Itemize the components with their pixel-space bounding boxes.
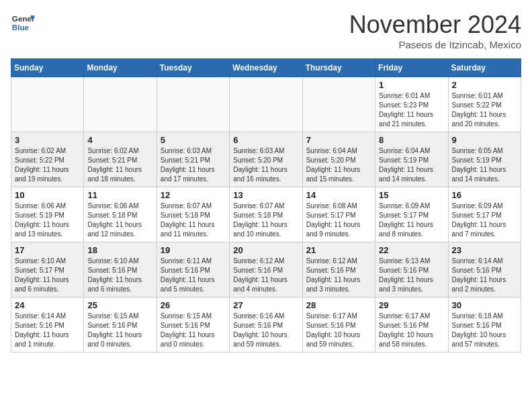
day-info: Sunrise: 6:18 AM Sunset: 5:16 PM Dayligh… <box>452 312 517 349</box>
calendar-week-row: 17Sunrise: 6:10 AM Sunset: 5:17 PM Dayli… <box>11 242 521 298</box>
logo: General Blue <box>11 11 35 35</box>
day-number: 17 <box>15 245 80 255</box>
calendar-day-cell: 28Sunrise: 6:17 AM Sunset: 5:16 PM Dayli… <box>302 298 375 353</box>
day-info: Sunrise: 6:05 AM Sunset: 5:19 PM Dayligh… <box>452 146 517 184</box>
day-number: 4 <box>87 135 152 145</box>
day-number: 10 <box>15 190 80 200</box>
day-info: Sunrise: 6:01 AM Sunset: 5:22 PM Dayligh… <box>452 91 517 129</box>
calendar-day-cell: 15Sunrise: 6:09 AM Sunset: 5:17 PM Dayli… <box>375 187 448 242</box>
calendar-day-cell: 24Sunrise: 6:14 AM Sunset: 5:16 PM Dayli… <box>11 298 84 353</box>
calendar-day-cell: 5Sunrise: 6:03 AM Sunset: 5:21 PM Daylig… <box>157 132 229 187</box>
day-info: Sunrise: 6:02 AM Sunset: 5:21 PM Dayligh… <box>87 146 152 184</box>
calendar-day-cell: 25Sunrise: 6:15 AM Sunset: 5:16 PM Dayli… <box>84 298 157 353</box>
day-number: 28 <box>306 300 371 310</box>
day-info: Sunrise: 6:12 AM Sunset: 5:16 PM Dayligh… <box>233 257 298 294</box>
day-number: 29 <box>379 300 444 310</box>
day-info: Sunrise: 6:15 AM Sunset: 5:16 PM Dayligh… <box>87 312 152 349</box>
month-title: November 2024 <box>349 11 521 39</box>
day-of-week-header: Friday <box>375 59 448 77</box>
day-number: 14 <box>306 190 371 200</box>
day-of-week-header: Monday <box>84 59 157 77</box>
day-number: 8 <box>379 135 444 145</box>
calendar-day-cell: 23Sunrise: 6:14 AM Sunset: 5:16 PM Dayli… <box>448 242 521 298</box>
svg-text:General: General <box>12 14 35 23</box>
day-info: Sunrise: 6:06 AM Sunset: 5:18 PM Dayligh… <box>87 201 152 239</box>
calendar-day-cell: 17Sunrise: 6:10 AM Sunset: 5:17 PM Dayli… <box>11 242 84 298</box>
calendar-day-cell <box>157 77 229 132</box>
day-of-week-header: Sunday <box>11 59 84 77</box>
day-info: Sunrise: 6:04 AM Sunset: 5:19 PM Dayligh… <box>379 146 444 184</box>
calendar-day-cell: 16Sunrise: 6:09 AM Sunset: 5:17 PM Dayli… <box>448 187 521 242</box>
day-info: Sunrise: 6:07 AM Sunset: 5:18 PM Dayligh… <box>161 201 226 239</box>
day-info: Sunrise: 6:06 AM Sunset: 5:19 PM Dayligh… <box>15 201 80 239</box>
calendar-day-cell: 2Sunrise: 6:01 AM Sunset: 5:22 PM Daylig… <box>448 77 521 132</box>
calendar-day-cell: 19Sunrise: 6:11 AM Sunset: 5:16 PM Dayli… <box>157 242 229 298</box>
day-of-week-header: Saturday <box>448 59 521 77</box>
day-info: Sunrise: 6:03 AM Sunset: 5:20 PM Dayligh… <box>233 146 298 184</box>
svg-text:Blue: Blue <box>12 23 30 32</box>
calendar-day-cell <box>230 77 302 132</box>
day-info: Sunrise: 6:02 AM Sunset: 5:22 PM Dayligh… <box>15 146 80 184</box>
day-info: Sunrise: 6:09 AM Sunset: 5:17 PM Dayligh… <box>379 201 444 239</box>
day-number: 24 <box>15 300 80 310</box>
title-block: November 2024 Paseos de Itzincab, Mexico <box>349 11 521 50</box>
day-number: 20 <box>233 245 298 255</box>
day-number: 23 <box>452 245 517 255</box>
day-info: Sunrise: 6:14 AM Sunset: 5:16 PM Dayligh… <box>15 312 80 349</box>
calendar-day-cell: 8Sunrise: 6:04 AM Sunset: 5:19 PM Daylig… <box>375 132 448 187</box>
day-number: 22 <box>379 245 444 255</box>
day-number: 1 <box>379 80 444 90</box>
calendar-day-cell: 11Sunrise: 6:06 AM Sunset: 5:18 PM Dayli… <box>84 187 157 242</box>
day-info: Sunrise: 6:15 AM Sunset: 5:16 PM Dayligh… <box>161 312 226 349</box>
calendar-day-cell: 7Sunrise: 6:04 AM Sunset: 5:20 PM Daylig… <box>302 132 375 187</box>
logo-icon: General Blue <box>11 11 35 35</box>
calendar-day-cell: 18Sunrise: 6:10 AM Sunset: 5:16 PM Dayli… <box>84 242 157 298</box>
day-number: 7 <box>306 135 371 145</box>
day-info: Sunrise: 6:17 AM Sunset: 5:16 PM Dayligh… <box>306 312 371 349</box>
calendar-day-cell: 30Sunrise: 6:18 AM Sunset: 5:16 PM Dayli… <box>448 298 521 353</box>
day-number: 15 <box>379 190 444 200</box>
day-of-week-header: Tuesday <box>157 59 229 77</box>
day-number: 9 <box>452 135 517 145</box>
calendar-day-cell: 9Sunrise: 6:05 AM Sunset: 5:19 PM Daylig… <box>448 132 521 187</box>
day-number: 2 <box>452 80 517 90</box>
day-number: 5 <box>161 135 226 145</box>
day-of-week-header: Wednesday <box>230 59 302 77</box>
day-number: 3 <box>15 135 80 145</box>
day-info: Sunrise: 6:13 AM Sunset: 5:16 PM Dayligh… <box>379 257 444 294</box>
calendar-day-cell: 6Sunrise: 6:03 AM Sunset: 5:20 PM Daylig… <box>230 132 302 187</box>
calendar-week-row: 24Sunrise: 6:14 AM Sunset: 5:16 PM Dayli… <box>11 298 521 353</box>
day-info: Sunrise: 6:11 AM Sunset: 5:16 PM Dayligh… <box>161 257 226 294</box>
day-info: Sunrise: 6:12 AM Sunset: 5:16 PM Dayligh… <box>306 257 371 294</box>
day-number: 19 <box>161 245 226 255</box>
day-info: Sunrise: 6:03 AM Sunset: 5:21 PM Dayligh… <box>161 146 226 184</box>
calendar-day-cell <box>302 77 375 132</box>
day-number: 13 <box>233 190 298 200</box>
calendar-day-cell: 14Sunrise: 6:08 AM Sunset: 5:17 PM Dayli… <box>302 187 375 242</box>
calendar-day-cell: 4Sunrise: 6:02 AM Sunset: 5:21 PM Daylig… <box>84 132 157 187</box>
calendar-day-cell: 20Sunrise: 6:12 AM Sunset: 5:16 PM Dayli… <box>230 242 302 298</box>
day-info: Sunrise: 6:10 AM Sunset: 5:16 PM Dayligh… <box>87 257 152 294</box>
day-info: Sunrise: 6:17 AM Sunset: 5:16 PM Dayligh… <box>379 312 444 349</box>
calendar-day-cell <box>11 77 84 132</box>
day-info: Sunrise: 6:14 AM Sunset: 5:16 PM Dayligh… <box>452 257 517 294</box>
day-number: 26 <box>161 300 226 310</box>
calendar-day-cell: 10Sunrise: 6:06 AM Sunset: 5:19 PM Dayli… <box>11 187 84 242</box>
day-number: 18 <box>87 245 152 255</box>
day-number: 27 <box>233 300 298 310</box>
day-number: 12 <box>161 190 226 200</box>
day-number: 16 <box>452 190 517 200</box>
page-header: General Blue November 2024 Paseos de Itz… <box>11 11 521 50</box>
calendar-week-row: 10Sunrise: 6:06 AM Sunset: 5:19 PM Dayli… <box>11 187 521 242</box>
day-of-week-header: Thursday <box>302 59 375 77</box>
calendar-day-cell: 3Sunrise: 6:02 AM Sunset: 5:22 PM Daylig… <box>11 132 84 187</box>
calendar-day-cell: 22Sunrise: 6:13 AM Sunset: 5:16 PM Dayli… <box>375 242 448 298</box>
calendar-table: SundayMondayTuesdayWednesdayThursdayFrid… <box>11 58 521 353</box>
day-info: Sunrise: 6:10 AM Sunset: 5:17 PM Dayligh… <box>15 257 80 294</box>
calendar-week-row: 1Sunrise: 6:01 AM Sunset: 5:23 PM Daylig… <box>11 77 521 132</box>
day-info: Sunrise: 6:01 AM Sunset: 5:23 PM Dayligh… <box>379 91 444 129</box>
calendar-day-cell: 26Sunrise: 6:15 AM Sunset: 5:16 PM Dayli… <box>157 298 229 353</box>
calendar-day-cell: 13Sunrise: 6:07 AM Sunset: 5:18 PM Dayli… <box>230 187 302 242</box>
day-info: Sunrise: 6:04 AM Sunset: 5:20 PM Dayligh… <box>306 146 371 184</box>
day-number: 11 <box>87 190 152 200</box>
